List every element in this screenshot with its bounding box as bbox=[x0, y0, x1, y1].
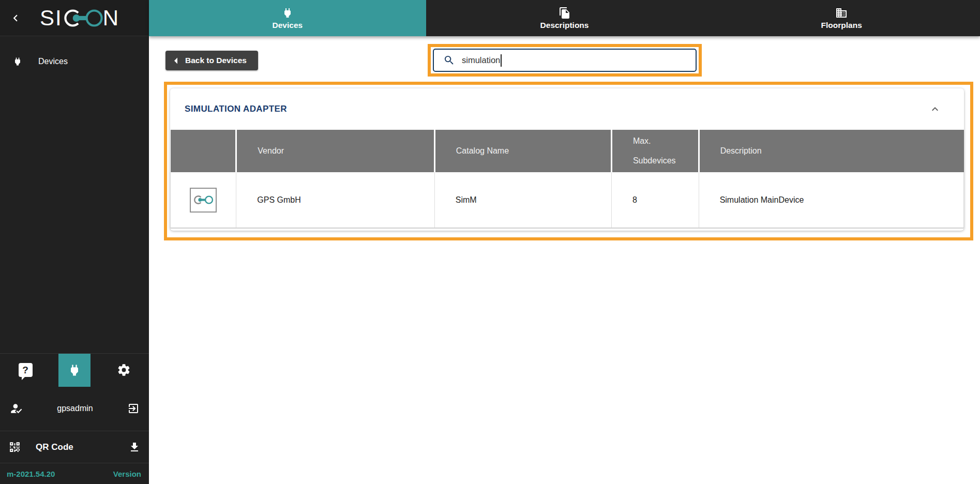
max-subdevices-cell: 8 bbox=[611, 172, 699, 228]
top-tab-bar: Devices Descriptions Floorplans bbox=[149, 0, 980, 36]
gear-icon bbox=[117, 363, 131, 377]
documents-icon bbox=[559, 7, 571, 19]
version-value: m-2021.54.20 bbox=[7, 470, 55, 478]
version-label: Version bbox=[113, 470, 141, 478]
back-button-label: Back to Devices bbox=[185, 56, 247, 65]
vendor-cell: GPS GmbH bbox=[236, 172, 435, 228]
back-arrow-icon bbox=[174, 57, 178, 64]
tab-floorplans[interactable]: Floorplans bbox=[703, 0, 980, 36]
help-icon: ? bbox=[19, 363, 33, 377]
search-input[interactable]: simulation bbox=[433, 49, 697, 72]
panel-title: SIMULATION ADAPTER bbox=[185, 104, 287, 114]
tab-devices[interactable]: Devices bbox=[149, 0, 426, 36]
help-button[interactable]: ? bbox=[9, 354, 41, 387]
device-icon-cell bbox=[171, 172, 236, 228]
devices-mode-button[interactable] bbox=[58, 354, 91, 387]
sidebar-item-devices[interactable]: Devices bbox=[0, 49, 149, 74]
table-header-row: Vendor Catalog Name Max. Subdevices Desc… bbox=[171, 130, 964, 172]
content-area: Back to Devices simulation SIMULATION AD… bbox=[149, 36, 980, 484]
app-window: SI N Devices ? bbox=[0, 0, 980, 484]
download-icon[interactable] bbox=[128, 441, 141, 453]
sidebar-toolbar: ? bbox=[0, 353, 149, 386]
building-icon bbox=[835, 7, 848, 19]
col-header-description: Description bbox=[699, 130, 963, 172]
user-row: gpsadmin bbox=[0, 386, 149, 431]
sidebar: SI N Devices ? bbox=[0, 0, 149, 484]
search-query-text: simulation bbox=[462, 55, 500, 65]
sidebar-header: SI N bbox=[0, 0, 149, 36]
table-highlight-box: SIMULATION ADAPTER Vendor Catalog Name bbox=[164, 82, 973, 240]
plug-icon bbox=[12, 56, 23, 67]
plug-icon bbox=[67, 363, 82, 377]
tab-label: Descriptions bbox=[540, 21, 589, 30]
col-header-max-subdevices: Max. Subdevices bbox=[611, 130, 699, 172]
search-icon bbox=[443, 54, 455, 66]
version-row: m-2021.54.20 Version bbox=[0, 463, 149, 484]
col-header-catalog-name: Catalog Name bbox=[434, 130, 611, 172]
simulation-adapter-panel: SIMULATION ADAPTER Vendor Catalog Name bbox=[170, 88, 964, 231]
col-header-vendor: Vendor bbox=[236, 130, 435, 172]
collapse-sidebar-icon[interactable] bbox=[6, 9, 25, 27]
panel-header[interactable]: SIMULATION ADAPTER bbox=[170, 88, 964, 130]
qr-code-row[interactable]: QR Code bbox=[0, 431, 149, 463]
username-label: gpsadmin bbox=[57, 404, 93, 413]
logout-icon[interactable] bbox=[127, 402, 140, 415]
table-row[interactable]: GPS GmbH SimM 8 Simulation MainDevice bbox=[171, 172, 964, 228]
tab-label: Devices bbox=[273, 21, 303, 30]
text-cursor bbox=[501, 54, 502, 67]
plug-icon bbox=[281, 7, 294, 19]
chevron-up-icon[interactable] bbox=[929, 103, 941, 115]
sicon-logo: SI N bbox=[25, 6, 144, 31]
main-area: Devices Descriptions Floorplans Back to … bbox=[149, 0, 980, 484]
logo-text-prefix: SI bbox=[40, 6, 63, 31]
adapter-table: Vendor Catalog Name Max. Subdevices Desc… bbox=[170, 130, 964, 229]
back-to-devices-button[interactable]: Back to Devices bbox=[165, 51, 258, 70]
search-highlight-box: simulation bbox=[428, 44, 702, 77]
user-check-icon bbox=[9, 402, 23, 415]
logo-mark-icon bbox=[62, 7, 103, 29]
col-header-icon bbox=[171, 130, 236, 172]
settings-button[interactable] bbox=[108, 354, 140, 387]
sidebar-item-label: Devices bbox=[38, 57, 68, 66]
qr-code-label: QR Code bbox=[36, 442, 73, 452]
sidebar-spacer bbox=[0, 74, 149, 353]
tab-descriptions[interactable]: Descriptions bbox=[426, 0, 703, 36]
description-cell: Simulation MainDevice bbox=[699, 172, 963, 228]
qr-code-icon bbox=[8, 441, 21, 453]
device-type-icon bbox=[190, 188, 217, 213]
logo-text-suffix: N bbox=[103, 6, 119, 31]
catalog-name-cell: SimM bbox=[434, 172, 611, 228]
tab-label: Floorplans bbox=[821, 21, 862, 30]
